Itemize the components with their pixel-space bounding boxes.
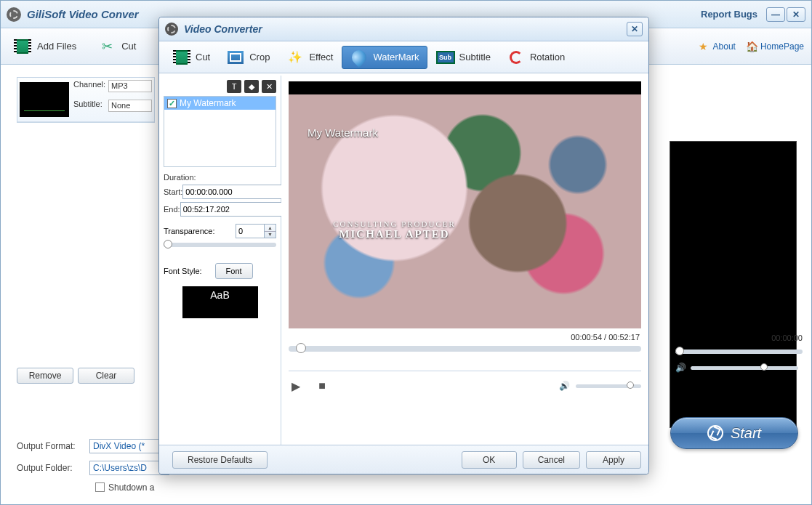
slider-knob[interactable] — [675, 347, 684, 355]
dialog-volume-icon[interactable]: 🔊 — [559, 381, 570, 391]
effect-icon: ✨ — [286, 49, 305, 65]
add-image-watermark-button[interactable]: ◆ — [244, 80, 259, 93]
dialog-footer: Restore Defaults OK Cancel Apply — [159, 445, 648, 474]
dialog-titlebar[interactable]: Video Converter ✕ — [159, 17, 648, 41]
watermark-list-item[interactable]: ✓ My Watermark — [164, 97, 276, 110]
refresh-icon — [707, 425, 723, 441]
add-files-label: Add Files — [37, 41, 76, 52]
tab-effect[interactable]: ✨Effect — [278, 47, 340, 68]
report-bugs-link[interactable]: Report Bugs — [701, 9, 757, 20]
transparence-spinner[interactable]: ▲▼ — [265, 224, 276, 238]
file-item[interactable]: Channel: MP3 Subtitle: None — [17, 78, 154, 122]
ok-button[interactable]: OK — [462, 451, 517, 469]
shutdown-checkbox[interactable]: Shutdown a — [95, 482, 154, 493]
rotation-icon — [507, 49, 526, 65]
cut-toolbar-label: Cut — [121, 41, 136, 52]
watermark-overlay[interactable]: My Watermark — [307, 126, 378, 139]
transparence-slider[interactable] — [164, 243, 276, 247]
dialog-tabs: Cut Crop ✨Effect WaterMark SubSubtitle R… — [159, 41, 648, 73]
video-preview[interactable]: My Watermark CONSULTING PRODUCER MICHAEL… — [289, 81, 641, 328]
video-converter-dialog: Video Converter ✕ Cut Crop ✨Effect Water… — [158, 17, 649, 474]
start-time-input[interactable] — [182, 185, 289, 199]
app-title: GiliSoft Video Conver — [27, 8, 139, 20]
subtitle-select[interactable]: None — [108, 100, 152, 112]
dialog-volume-slider[interactable] — [576, 384, 641, 388]
main-preview — [670, 141, 797, 428]
close-button[interactable]: ✕ — [787, 7, 805, 22]
output-format-combo[interactable]: DivX Video (* — [89, 439, 169, 453]
font-preview: AaB — [182, 286, 258, 318]
watermark-list[interactable]: ✓ My Watermark — [164, 96, 276, 167]
cut-icon — [172, 49, 191, 65]
tab-crop[interactable]: Crop — [219, 47, 277, 68]
about-link[interactable]: ★ About — [699, 41, 736, 52]
delete-watermark-button[interactable]: ✕ — [262, 80, 276, 93]
subtitle-label: Subtitle: — [73, 100, 108, 112]
watermark-side-panel: T ◆ ✕ ✓ My Watermark Duration: Start: ▲▼ — [159, 76, 281, 445]
file-thumbnail — [20, 82, 69, 117]
scissors-icon: ✂ — [97, 38, 117, 55]
main-volume-slider[interactable] — [691, 366, 798, 370]
video-credit: CONSULTING PRODUCER MICHAEL APTED — [289, 219, 500, 241]
end-time-input[interactable] — [180, 202, 286, 217]
dialog-title: Video Converter — [184, 23, 262, 35]
tab-rotation[interactable]: Rotation — [499, 47, 572, 68]
start-label: Start — [731, 425, 761, 442]
clear-button[interactable]: Clear — [78, 368, 134, 384]
output-folder-combo[interactable]: C:\Users\zs\D — [89, 461, 169, 475]
channel-label: Channel: — [73, 80, 108, 92]
end-label: End: — [164, 205, 180, 214]
volume-knob[interactable] — [760, 363, 768, 371]
minimize-button[interactable]: — — [766, 7, 785, 22]
main-preview-slider[interactable] — [675, 350, 803, 354]
about-label: About — [713, 41, 736, 52]
app-logo-icon — [7, 7, 21, 22]
main-volume-row: 🔊 — [675, 363, 803, 373]
output-format-label: Output Format: — [17, 441, 89, 451]
stop-button[interactable]: ■ — [315, 379, 329, 393]
play-controls: ▶ ■ 🔊 — [289, 371, 641, 393]
font-button[interactable]: Font — [215, 263, 253, 279]
progress-knob[interactable] — [296, 343, 306, 353]
duration-label: Duration: — [164, 173, 276, 182]
output-folder-label: Output Folder: — [17, 463, 89, 473]
transparence-label: Transparence: — [164, 227, 236, 235]
dialog-close-button[interactable]: ✕ — [627, 22, 643, 36]
remove-button[interactable]: Remove — [17, 368, 73, 384]
crop-icon — [226, 49, 245, 65]
shutdown-label: Shutdown a — [108, 482, 154, 493]
dialog-logo-icon — [165, 23, 178, 36]
watermark-item-label: My Watermark — [180, 98, 236, 108]
add-files-icon — [12, 38, 33, 55]
dialog-volume-knob[interactable] — [627, 381, 634, 389]
transparence-input[interactable] — [236, 224, 265, 238]
volume-icon[interactable]: 🔊 — [675, 363, 686, 373]
video-time: 00:00:54 / 00:52:17 — [289, 333, 641, 342]
cut-toolbar-button[interactable]: ✂ Cut — [92, 35, 140, 58]
tab-watermark[interactable]: WaterMark — [342, 46, 427, 69]
watermark-icon — [350, 49, 369, 65]
tab-subtitle[interactable]: SubSubtitle — [429, 47, 498, 68]
add-text-watermark-button[interactable]: T — [227, 80, 241, 93]
credit-name: MICHAEL APTED — [289, 228, 500, 241]
subtitle-icon: Sub — [436, 49, 455, 65]
add-files-button[interactable]: Add Files — [8, 35, 81, 58]
tab-cut[interactable]: Cut — [165, 47, 217, 68]
file-meta: Channel: MP3 Subtitle: None — [73, 80, 152, 119]
font-style-label: Font Style: — [164, 267, 202, 275]
cancel-button[interactable]: Cancel — [523, 451, 580, 469]
apply-button[interactable]: Apply — [586, 451, 641, 469]
credit-role: CONSULTING PRODUCER — [289, 219, 500, 228]
homepage-link[interactable]: 🏠 HomePage — [746, 41, 804, 52]
home-icon: 🏠 — [746, 41, 757, 52]
start-label: Start: — [164, 187, 182, 196]
restore-defaults-button[interactable]: Restore Defaults — [172, 451, 268, 469]
channel-select[interactable]: MP3 — [108, 80, 152, 92]
video-progress-slider[interactable] — [289, 346, 641, 352]
checkbox-box-icon — [95, 482, 105, 492]
video-panel: My Watermark CONSULTING PRODUCER MICHAEL… — [281, 76, 648, 445]
watermark-checkbox[interactable]: ✓ — [167, 99, 177, 108]
start-button[interactable]: Start — [670, 417, 798, 449]
play-button[interactable]: ▶ — [289, 379, 303, 393]
transparence-knob[interactable] — [164, 240, 172, 249]
